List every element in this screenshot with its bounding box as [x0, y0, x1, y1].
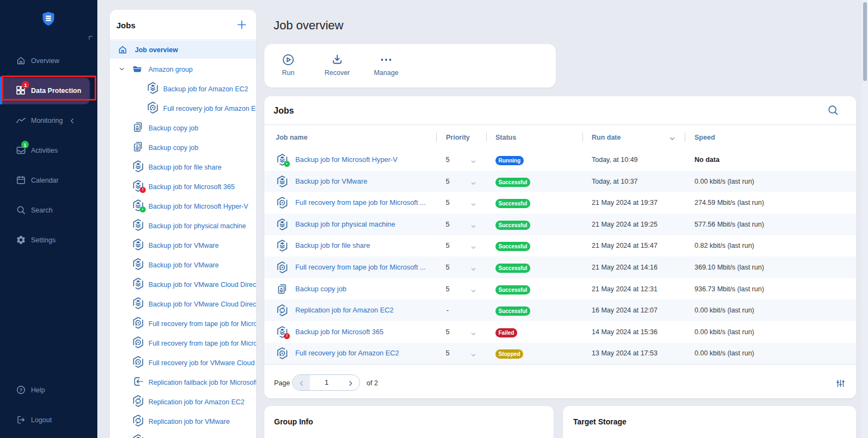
- svg-text:?: ?: [20, 387, 23, 393]
